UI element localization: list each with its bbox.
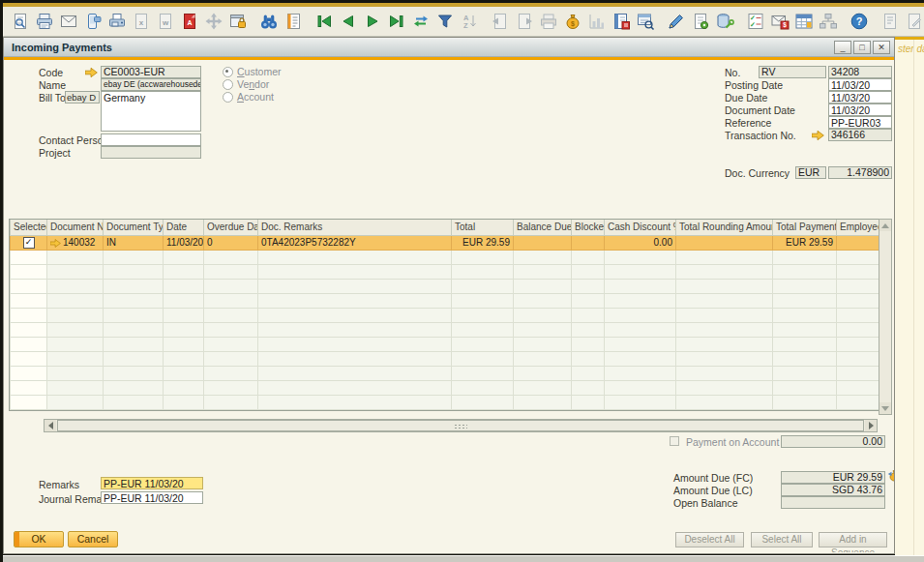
row-blocked[interactable] [572, 235, 605, 250]
row-selected-cell[interactable]: ✓ [11, 235, 47, 250]
ok-button[interactable]: OK [14, 531, 64, 547]
row-doc-remarks[interactable]: 0TA42023P5732282Y [258, 235, 452, 250]
add-in-sequence-button[interactable]: Add in Sequence [819, 532, 887, 547]
remarks-field[interactable] [101, 477, 203, 489]
email-icon[interactable] [59, 12, 78, 31]
svg-text:?: ? [856, 15, 863, 27]
column-header-total-payment[interactable]: Total Payment [773, 220, 837, 235]
contact-person-field[interactable] [101, 133, 201, 146]
launch-application-icon [204, 12, 224, 31]
payment-on-account-checkbox [670, 436, 679, 446]
code-link-arrow-icon[interactable] [85, 68, 99, 77]
refresh-icon[interactable] [411, 12, 431, 31]
export-pdf-icon[interactable]: A [180, 12, 199, 31]
find-icon[interactable] [259, 12, 279, 31]
scroll-left-icon[interactable] [45, 420, 56, 431]
amount-due-fc-field: EUR 29.59 [781, 471, 885, 484]
bill-to-selector[interactable]: ebay D▼ [65, 91, 100, 104]
help-icon[interactable]: ? [849, 12, 869, 31]
entity-option-vendor: Vendor [223, 78, 269, 90]
journal-remarks-field[interactable] [101, 491, 203, 504]
column-header-total[interactable]: Total [452, 220, 514, 235]
copy-from-icon [491, 12, 510, 31]
grid-horizontal-scrollbar[interactable] [44, 419, 878, 432]
row-balance-due[interactable] [514, 235, 572, 250]
row-date[interactable]: 11/03/20 [164, 235, 204, 250]
column-header-blocked[interactable]: Blocked [572, 220, 605, 235]
payment-means-icon[interactable] [887, 468, 894, 478]
payment-wizard-icon[interactable]: $ [770, 12, 790, 31]
radio-icon [223, 79, 233, 90]
lock-screen-icon[interactable] [228, 12, 248, 31]
previous-record-icon[interactable] [339, 12, 358, 31]
scroll-down-icon[interactable] [879, 402, 891, 414]
transaction-link-arrow-icon[interactable] [812, 131, 825, 140]
grid-vertical-scrollbar[interactable] [879, 219, 892, 415]
open-balance-label: Open Balance [673, 497, 738, 509]
row-total-rounding[interactable] [676, 235, 773, 250]
link-arrow-icon[interactable] [50, 237, 63, 248]
row-document-no[interactable]: 140032 [47, 235, 104, 250]
last-record-icon[interactable] [387, 12, 406, 31]
doc-currency-field[interactable]: EUR [795, 166, 826, 179]
scroll-right-icon[interactable] [865, 420, 877, 431]
org-chart-icon [819, 12, 838, 31]
calendar-icon[interactable] [794, 12, 814, 31]
row-overdue-days[interactable]: 0 [204, 235, 258, 250]
note-1-icon [880, 12, 900, 31]
print-icon[interactable] [35, 12, 54, 31]
row-employee[interactable] [837, 235, 879, 250]
bill-to-address-box[interactable]: Germany [101, 91, 201, 132]
name-label: Name [39, 79, 66, 91]
sms-icon[interactable] [83, 12, 103, 31]
checklist-icon[interactable]: ✓✓ [746, 12, 765, 31]
column-header-selected[interactable]: Selected [11, 220, 47, 235]
document-row[interactable]: ✓140032IN11/03/2000TA42023P5732282YEUR 2… [11, 235, 879, 250]
row-checkbox[interactable]: ✓ [23, 237, 35, 249]
column-header-document-type[interactable]: Document Type [104, 220, 164, 235]
window-titlebar: Incoming Payments _ □ ✕ [4, 38, 894, 57]
empty-row [11, 351, 879, 366]
empty-row [11, 279, 879, 293]
query-manager-icon[interactable] [636, 12, 655, 31]
edit-icon[interactable] [667, 12, 686, 31]
document-date-field[interactable] [828, 104, 892, 116]
form-settings-icon[interactable] [691, 12, 710, 31]
cancel-button[interactable]: Cancel [68, 531, 118, 547]
maximize-button[interactable]: □ [853, 41, 871, 54]
fax-icon[interactable] [107, 12, 127, 31]
reference-field[interactable] [828, 116, 892, 129]
posting-date-field[interactable] [828, 78, 892, 91]
configuration-icon[interactable] [715, 12, 734, 31]
message-list-icon[interactable] [283, 12, 303, 31]
filter-icon[interactable] [435, 12, 455, 31]
column-header-cash-discount-[interactable]: Cash Discount % [605, 220, 676, 235]
empty-row [11, 293, 879, 308]
deselect-all-button[interactable]: Deselect All [675, 532, 744, 547]
column-header-date[interactable]: Date [164, 220, 204, 235]
svg-text:$: $ [783, 21, 787, 29]
print-preview-icon[interactable] [11, 12, 30, 31]
journal-entry-icon[interactable] [611, 12, 631, 31]
next-record-icon[interactable] [363, 12, 382, 31]
due-date-field[interactable] [828, 91, 892, 104]
payment-means-icon[interactable]: $ [563, 12, 582, 31]
row-total-payment[interactable]: EUR 29.59 [773, 235, 837, 250]
column-header-balance-due[interactable]: Balance Due [514, 220, 572, 235]
column-header-employee[interactable]: Employee [837, 220, 879, 235]
row-document-type[interactable]: IN [104, 235, 164, 250]
row-cash-discount[interactable]: 0.00 [605, 235, 676, 250]
background-window-title-fragment: ster da [898, 44, 924, 54]
column-header-doc-remarks[interactable]: Doc. Remarks [258, 220, 452, 235]
column-header-document-no-[interactable]: Document No. [47, 220, 104, 235]
row-total[interactable]: EUR 29.59 [452, 235, 514, 250]
first-record-icon[interactable] [314, 12, 334, 31]
column-header-overdue-days[interactable]: Overdue Days [204, 220, 258, 235]
horizontal-scroll-thumb[interactable] [57, 420, 864, 431]
close-button[interactable]: ✕ [873, 41, 890, 54]
name-field: ebay DE (accwarehousede15) [101, 78, 201, 91]
select-all-button[interactable]: Select All [751, 532, 813, 547]
minimize-button[interactable]: _ [834, 41, 851, 54]
scroll-up-icon[interactable] [879, 220, 891, 231]
column-header-total-rounding-amount[interactable]: Total Rounding Amount [676, 220, 773, 235]
